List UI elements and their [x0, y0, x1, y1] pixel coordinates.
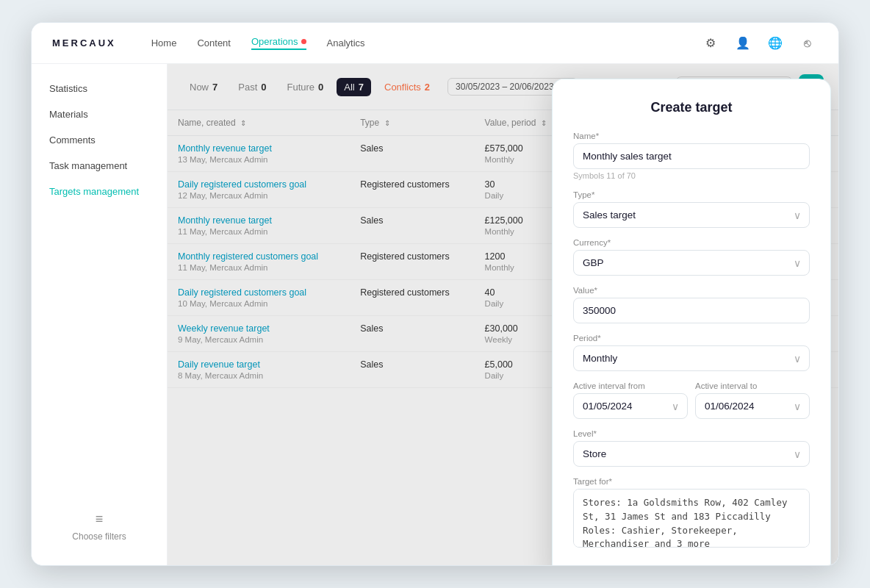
sidebar-item-comments[interactable]: Comments [32, 127, 167, 153]
sort-arrow-value: ⇕ [541, 119, 547, 127]
sort-arrow-type: ⇕ [384, 119, 390, 127]
value-input[interactable] [573, 298, 810, 323]
sidebar-item-task-management[interactable]: Task management [32, 153, 167, 179]
level-field-group: Level* Store ∨ [573, 429, 810, 467]
interval-from-group: Active interval from 01/05/2024 ∨ [573, 381, 688, 419]
value-field-group: Value* [573, 286, 810, 323]
created-sub: 10 May, Mercaux Admin [178, 299, 339, 308]
col-type[interactable]: Type ⇕ [350, 110, 474, 136]
level-label: Level* [573, 429, 810, 438]
modal-title: Create target [573, 100, 810, 115]
nav-links: Home Content Operations Analytics [151, 36, 700, 50]
target-name-link[interactable]: Daily registered customers goal [178, 179, 339, 190]
target-for-field-group: Target for* [573, 477, 810, 551]
created-sub: 9 May, Mercaux Admin [178, 335, 339, 344]
name-field-group: Name* Symbols 11 of 70 [573, 132, 810, 180]
created-sub: 8 May, Mercaux Admin [178, 371, 339, 380]
level-select[interactable]: Store [573, 441, 810, 467]
operations-dot [301, 39, 306, 44]
target-name-link[interactable]: Daily revenue target [178, 359, 339, 370]
sidebar-item-materials[interactable]: Materials [32, 101, 167, 127]
interval-from-label: Active interval from [573, 381, 688, 390]
currency-label: Currency* [573, 238, 810, 247]
created-sub: 13 May, Mercaux Admin [178, 155, 339, 164]
create-target-modal: Create target Name* Symbols 11 of 70 Typ… [552, 79, 831, 565]
cell-name: Monthly registered customers goal 11 May… [168, 244, 350, 280]
cell-type: Sales [350, 208, 474, 244]
cell-type: Sales [350, 316, 474, 352]
user-icon[interactable]: 👤 [733, 33, 753, 54]
filter-icon: ≡ [96, 512, 104, 527]
logo: MERCAUX [52, 37, 116, 49]
target-name-link[interactable]: Monthly revenue target [178, 143, 339, 154]
logout-icon[interactable]: ⎋ [797, 33, 818, 54]
period-select[interactable]: Monthly [573, 345, 810, 371]
nav-content[interactable]: Content [197, 37, 231, 49]
tab-now[interactable]: Now 7 [182, 78, 225, 96]
cell-name: Monthly revenue target 13 May, Mercaux A… [168, 136, 350, 172]
name-input[interactable] [573, 143, 810, 169]
sort-arrow-name: ⇕ [240, 119, 246, 127]
interval-to-select[interactable]: 01/06/2024 [695, 393, 810, 419]
sidebar-item-statistics[interactable]: Statistics [32, 76, 167, 101]
name-label: Name* [573, 132, 810, 140]
tab-future[interactable]: Future 0 [280, 78, 331, 96]
type-label: Type* [573, 190, 810, 199]
cell-type: Registered customers [350, 172, 474, 208]
type-select[interactable]: Sales target [573, 202, 810, 228]
nav-home[interactable]: Home [151, 37, 177, 49]
created-sub: 11 May, Mercaux Admin [178, 263, 339, 272]
sidebar: Statistics Materials Comments Task manag… [32, 64, 168, 565]
target-for-label: Target for* [573, 477, 810, 486]
cell-type: Registered customers [350, 244, 474, 280]
value-label: Value* [573, 286, 810, 295]
target-name-link[interactable]: Daily registered customers goal [178, 287, 339, 298]
choose-filters[interactable]: ≡ Choose filters [32, 500, 167, 553]
cell-name: Daily registered customers goal 12 May, … [168, 172, 350, 208]
globe-icon[interactable]: 🌐 [765, 33, 785, 54]
created-sub: 12 May, Mercaux Admin [178, 191, 339, 200]
top-nav: MERCAUX Home Content Operations Analytic… [32, 23, 838, 64]
tab-conflicts[interactable]: Conflicts 2 [377, 78, 437, 96]
cell-type: Registered customers [350, 280, 474, 316]
date-row: Active interval from 01/05/2024 ∨ Active… [573, 381, 810, 429]
cell-name: Daily revenue target 8 May, Mercaux Admi… [168, 352, 350, 388]
period-label: Period* [573, 334, 810, 343]
period-field-group: Period* Monthly ∨ [573, 334, 810, 371]
nav-analytics[interactable]: Analytics [327, 37, 365, 49]
nav-icons: ⚙ 👤 🌐 ⎋ [700, 33, 818, 54]
currency-select[interactable]: GBP [573, 250, 810, 276]
type-field-group: Type* Sales target ∨ [573, 190, 810, 228]
cell-name: Weekly revenue target 9 May, Mercaux Adm… [168, 316, 350, 352]
symbols-hint: Symbols 11 of 70 [573, 171, 810, 180]
tab-all[interactable]: All 7 [337, 78, 371, 96]
target-for-textarea[interactable] [573, 489, 810, 548]
interval-from-select[interactable]: 01/05/2024 [573, 393, 688, 419]
nav-operations[interactable]: Operations [251, 36, 306, 50]
cell-name: Daily registered customers goal 10 May, … [168, 280, 350, 316]
interval-to-label: Active interval to [695, 381, 810, 390]
cell-name: Monthly revenue target 11 May, Mercaux A… [168, 208, 350, 244]
main-content: Statistics Materials Comments Task manag… [32, 64, 838, 565]
target-name-link[interactable]: Weekly revenue target [178, 323, 339, 334]
sidebar-item-targets-management[interactable]: Targets management [32, 179, 167, 204]
interval-to-group: Active interval to 01/06/2024 ∨ [695, 381, 810, 419]
target-name-link[interactable]: Monthly revenue target [178, 215, 339, 226]
target-name-link[interactable]: Monthly registered customers goal [178, 251, 339, 262]
cell-type: Sales [350, 352, 474, 388]
page-area: Now 7 Past 0 Future 0 All 7 Conflicts [168, 64, 838, 565]
gear-icon[interactable]: ⚙ [700, 33, 721, 54]
cell-type: Sales [350, 136, 474, 172]
tab-past[interactable]: Past 0 [231, 78, 273, 96]
created-sub: 11 May, Mercaux Admin [178, 227, 339, 236]
col-name[interactable]: Name, created ⇕ [168, 110, 350, 136]
currency-field-group: Currency* GBP ∨ [573, 238, 810, 276]
